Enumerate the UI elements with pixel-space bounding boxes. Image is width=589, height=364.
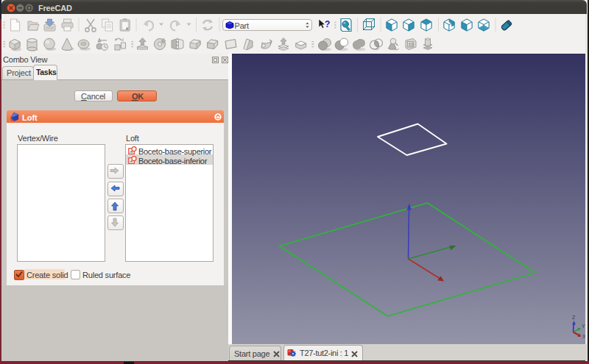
svg-text:?: ? — [325, 19, 330, 29]
svg-text:Z: Z — [572, 315, 576, 320]
